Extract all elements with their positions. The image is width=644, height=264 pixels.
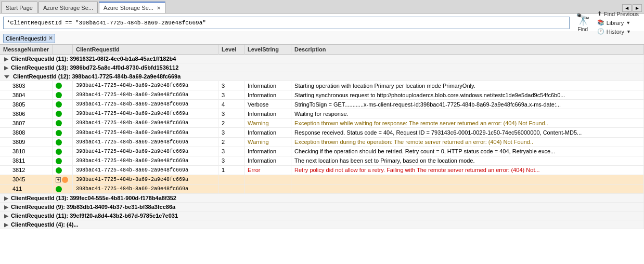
table-row[interactable]: 3803 398bac41-7725-484b-8a69-2a9e48fc669…: [0, 81, 644, 90]
level-cell: 3: [218, 156, 244, 165]
levelstr-cell: Information: [244, 81, 291, 90]
level-cell: 3: [218, 128, 244, 137]
col-header-icon: [53, 45, 73, 55]
group-row-label: ClientRequestId (13): 399fec04-555e-4b81…: [11, 195, 176, 201]
table-row[interactable]: ▶ ClientRequestId (13): 3986bd72-5a8c-4f…: [0, 63, 644, 72]
icon-cell: [53, 184, 73, 193]
tab-start-page[interactable]: Start Page: [1, 2, 37, 13]
description-cell: Checking if the operation should be retr…: [291, 147, 644, 156]
main-table: MessageNumber ClientRequestId Level Leve…: [0, 45, 644, 229]
library-dropdown-arrow: ▼: [626, 20, 630, 25]
icon-cell: [53, 90, 73, 100]
clientreq-cell: 398bac41-7725-484b-8a69-2a9e48fc669a: [73, 156, 218, 165]
status-icon-green: [56, 92, 62, 98]
status-icon-green: [56, 101, 62, 108]
table-row[interactable]: ▶ ClientRequestId (4): (4)...: [0, 220, 644, 229]
icon-cell: [53, 100, 73, 109]
group-row-label: ClientRequestId (13): 3986bd72-5a8c-4f0d…: [11, 64, 178, 71]
status-icon-green: [56, 186, 62, 192]
table-header-row: MessageNumber ClientRequestId Level Leve…: [0, 45, 644, 55]
history-dropdown-arrow: ▼: [626, 29, 631, 34]
description-cell: Waiting for response.: [291, 109, 644, 118]
status-icon-green: [56, 149, 62, 155]
clientreq-cell: 398bac41-7725-484b-8a69-2a9e48fc669a: [73, 137, 218, 147]
group-row-label: ClientRequestId (12): 398bac41-7725-484b…: [13, 73, 181, 80]
library-icon: 📚: [597, 19, 604, 26]
msg-number-cell: 3807: [0, 118, 53, 128]
find-prev-icon: ⬆: [597, 10, 602, 17]
main-table-container: MessageNumber ClientRequestId Level Leve…: [0, 45, 644, 264]
icon-cell: [53, 156, 73, 165]
table-row[interactable]: 3811 398bac41-7725-484b-8a69-2a9e48fc669…: [0, 156, 644, 165]
binoculars-icon: 🔭: [576, 13, 590, 27]
levelstr-cell: Verbose: [244, 100, 291, 109]
expand-icon: ▶: [4, 222, 8, 228]
table-row[interactable]: 3045 + 398bac41-7725-484b-8a69-2a9e48fc6…: [0, 175, 644, 184]
find-previous-button[interactable]: ⬆ Find Previous: [595, 10, 641, 18]
table-row[interactable]: 3808 398bac41-7725-484b-8a69-2a9e48fc669…: [0, 128, 644, 137]
table-row[interactable]: 3804 398bac41-7725-484b-8a69-2a9e48fc669…: [0, 90, 644, 100]
clientreq-cell: 398bac41-7725-484b-8a69-2a9e48fc669a: [73, 118, 218, 128]
description-cell: Starting synchronous request to http://p…: [291, 90, 644, 100]
table-row[interactable]: ▶ ClientRequestId (9): 39b83db1-8409-4b3…: [0, 203, 644, 212]
expand-icon: ▶: [4, 65, 8, 71]
table-row[interactable]: ▶ ClientRequestId (13): 399fec04-555e-4b…: [0, 194, 644, 203]
table-row[interactable]: 3812 398bac41-7725-484b-8a69-2a9e48fc669…: [0, 165, 644, 175]
col-header-description: Description: [291, 45, 644, 55]
clientreq-cell: 398bac41-7725-484b-8a69-2a9e48fc669a: [73, 100, 218, 109]
level-cell: 3: [218, 90, 244, 100]
filter-bar: ClientRequestId ✕: [0, 32, 644, 45]
description-cell: The next location has been set to Primar…: [291, 156, 644, 165]
filter-remove-button[interactable]: ✕: [48, 35, 53, 41]
icon-cell: [53, 147, 73, 156]
level-cell: 3: [218, 109, 244, 118]
levelstr-cell: Information: [244, 90, 291, 100]
msg-number-cell: 3803: [0, 81, 53, 90]
icon-cell: [53, 165, 73, 175]
search-input[interactable]: [3, 17, 570, 29]
expand-icon: ▶: [4, 213, 8, 219]
tab-close-button[interactable]: ✕: [157, 5, 161, 11]
group-row-label: ClientRequestId (11): 39616321-08f2-4ce0…: [11, 56, 176, 62]
library-button[interactable]: 📚 Library ▼: [595, 19, 641, 27]
table-row[interactable]: ClientRequestId (12): 398bac41-7725-484b…: [0, 72, 644, 81]
msg-number-cell: 3045: [0, 175, 53, 184]
msg-number-cell: 3810: [0, 147, 53, 156]
col-header-messagenumber: MessageNumber: [0, 45, 53, 55]
clientreq-cell: 398bac41-7725-484b-8a69-2a9e48fc669a: [73, 81, 218, 90]
msg-number-cell: 3808: [0, 128, 53, 137]
msg-number-cell: 3805: [0, 100, 53, 109]
description-cell: Exception thrown during the operation: T…: [291, 137, 644, 147]
search-bar: 🔭 Find ⬆ Find Previous 📚 Library ▼ 🕐 His…: [0, 14, 644, 32]
table-row[interactable]: 411 398bac41-7725-484b-8a69-2a9e48fc669a: [0, 184, 644, 193]
description-cell: Retry policy did not allow for a retry. …: [291, 165, 644, 175]
table-row[interactable]: 3806 398bac41-7725-484b-8a69-2a9e48fc669…: [0, 109, 644, 118]
col-header-clientrequestid: ClientRequestId: [73, 45, 218, 55]
level-cell: [218, 175, 244, 184]
clientreq-cell: 398bac41-7725-484b-8a69-2a9e48fc669a: [73, 175, 218, 184]
level-cell: 4: [218, 100, 244, 109]
col-header-levelstring: LevelString: [244, 45, 291, 55]
search-actions: 🔭 Find ⬆ Find Previous 📚 Library ▼ 🕐 His…: [574, 10, 641, 35]
table-row[interactable]: 3809 398bac41-7725-484b-8a69-2a9e48fc669…: [0, 137, 644, 147]
levelstr-cell: [244, 175, 291, 184]
msg-number-cell: 3811: [0, 156, 53, 165]
clientreq-cell: 398bac41-7725-484b-8a69-2a9e48fc669a: [73, 184, 218, 193]
table-row[interactable]: 3810 398bac41-7725-484b-8a69-2a9e48fc669…: [0, 147, 644, 156]
msg-number-cell: 3809: [0, 137, 53, 147]
history-button[interactable]: 🕐 History ▼: [595, 28, 641, 35]
levelstr-cell: Error: [244, 165, 291, 175]
table-row[interactable]: ▶ ClientRequestId (11): 39cf9f20-a8d4-43…: [0, 212, 644, 220]
table-row[interactable]: 3807 398bac41-7725-484b-8a69-2a9e48fc669…: [0, 118, 644, 128]
icon-cell: +: [53, 175, 73, 184]
table-row[interactable]: ▶ ClientRequestId (11): 39616321-08f2-4c…: [0, 55, 644, 63]
levelstr-cell: [244, 184, 291, 193]
expand-icon: ▶: [4, 195, 8, 201]
icon-cell: [53, 137, 73, 147]
tab-azure-storage-1[interactable]: Azure Storage Se...: [38, 2, 98, 13]
icon-cell: [53, 81, 73, 90]
find-button[interactable]: 🔭 Find: [574, 13, 592, 32]
tab-azure-storage-2[interactable]: Azure Storage Se... ✕: [99, 2, 165, 13]
group-row-label: ClientRequestId (11): 39cf9f20-a8d4-43b2…: [11, 213, 178, 219]
table-row[interactable]: 3805 398bac41-7725-484b-8a69-2a9e48fc669…: [0, 100, 644, 109]
